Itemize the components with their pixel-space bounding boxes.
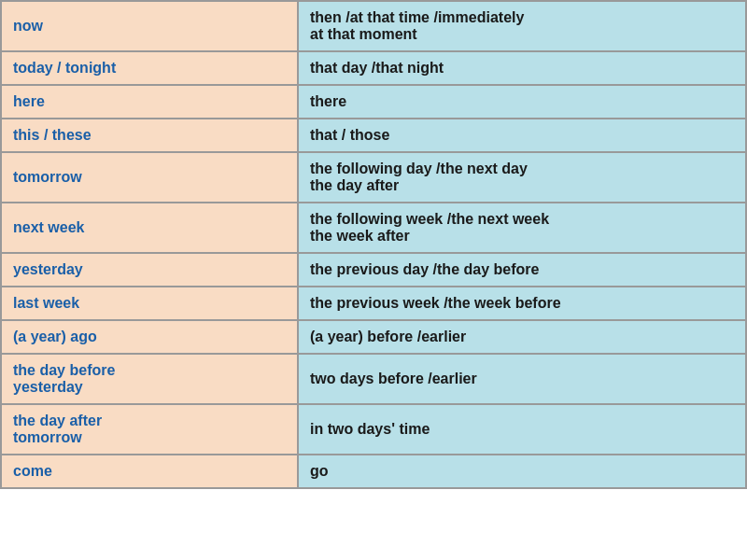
left-cell: come: [1, 455, 298, 488]
right-cell: the following week /the next weekthe wee…: [298, 203, 746, 253]
table-row: yesterdaythe previous day /the day befor…: [1, 253, 746, 287]
right-cell: there: [298, 85, 746, 119]
left-cell: the day beforeyesterday: [1, 354, 298, 404]
table-row: today / tonightthat day /that night: [1, 51, 746, 85]
right-cell: the previous week /the week before: [298, 287, 746, 320]
right-cell: that / those: [298, 119, 746, 152]
table-row: tomorrowthe following day /the next dayt…: [1, 152, 746, 203]
right-cell: then /at that time /immediatelyat that m…: [298, 1, 746, 51]
tense-table: nowthen /at that time /immediatelyat tha…: [0, 0, 747, 489]
table-row: nowthen /at that time /immediatelyat tha…: [1, 1, 746, 51]
left-cell: the day aftertomorrow: [1, 404, 298, 455]
table-row: the day aftertomorrowin two days' time: [1, 404, 746, 455]
left-cell: today / tonight: [1, 51, 298, 85]
table-row: last weekthe previous week /the week bef…: [1, 287, 746, 320]
table-row: this / thesethat / those: [1, 119, 746, 152]
right-cell: two days before /earlier: [298, 354, 746, 404]
table-row: herethere: [1, 85, 746, 119]
left-cell: next week: [1, 203, 298, 253]
right-cell: the following day /the next daythe day a…: [298, 152, 746, 203]
table-row: the day beforeyesterdaytwo days before /…: [1, 354, 746, 404]
right-cell: in two days' time: [298, 404, 746, 455]
table-row: comego: [1, 455, 746, 488]
left-cell: (a year) ago: [1, 320, 298, 354]
right-cell: that day /that night: [298, 51, 746, 85]
table-row: (a year) ago(a year) before /earlier: [1, 320, 746, 354]
left-cell: tomorrow: [1, 152, 298, 203]
right-cell: go: [298, 455, 746, 488]
left-cell: yesterday: [1, 253, 298, 287]
table-row: next weekthe following week /the next we…: [1, 203, 746, 253]
left-cell: now: [1, 1, 298, 51]
right-cell: the previous day /the day before: [298, 253, 746, 287]
left-cell: this / these: [1, 119, 298, 152]
right-cell: (a year) before /earlier: [298, 320, 746, 354]
left-cell: last week: [1, 287, 298, 320]
left-cell: here: [1, 85, 298, 119]
